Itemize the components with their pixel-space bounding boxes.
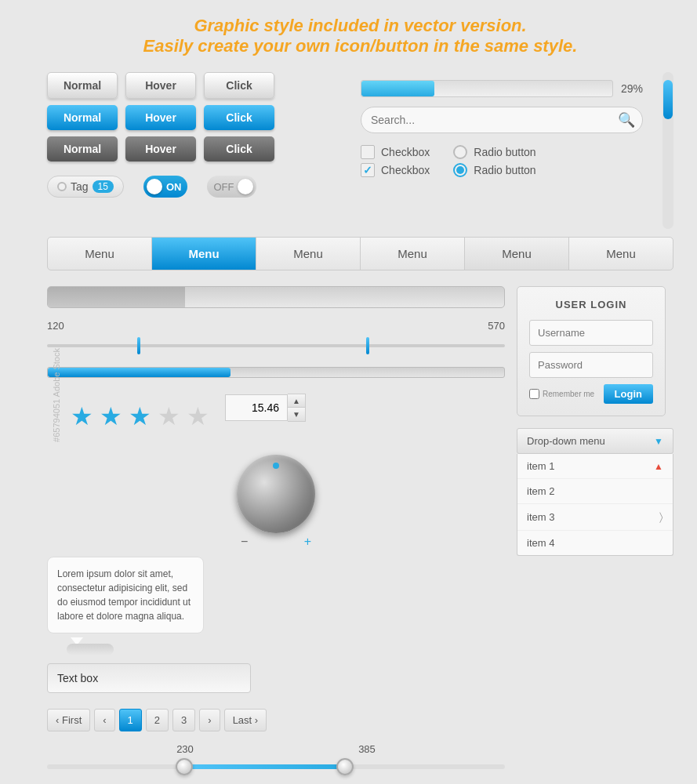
button-row-white: Normal Hover Click (47, 72, 345, 99)
slider-handle-1[interactable] (137, 337, 140, 354)
login-button[interactable]: Login (604, 384, 653, 404)
knob-minus-icon: − (241, 535, 248, 549)
remember-me-checkbox[interactable]: Remember me (529, 389, 594, 399)
page-2[interactable]: 2 (146, 709, 169, 731)
btn-hover-white[interactable]: Hover (125, 72, 196, 99)
cursor-icon: 〉 (659, 510, 663, 524)
page-last[interactable]: Last › (224, 709, 267, 731)
checkbox-label-1: Checkbox (381, 146, 430, 158)
range-min-label: 230 (176, 743, 194, 755)
progress-container: 29% (361, 80, 643, 97)
checkbox-checked[interactable]: ✓ Checkbox (361, 163, 430, 177)
toggle-on[interactable]: ON (143, 176, 188, 198)
range-track-wrapper[interactable] (47, 759, 505, 775)
login-footer: Remember me Login (529, 384, 653, 404)
radio-label-1: Radio button (474, 146, 535, 158)
menu-tab-2[interactable]: Menu (152, 238, 256, 270)
menu-tab-3[interactable]: Menu (256, 238, 361, 270)
progress-track (47, 367, 505, 378)
radio-label-2: Radio button (474, 164, 535, 176)
progress-label: 29% (621, 82, 643, 95)
stars-container: ★ ★ ★ ★ ★ (47, 394, 209, 443)
checkmark-icon: ✓ (363, 164, 372, 176)
first-arrow-icon: ‹ (56, 714, 59, 726)
radio-unchecked[interactable]: Radio button (453, 145, 535, 159)
tag-radio (57, 182, 67, 191)
btn-click-white[interactable]: Click (204, 72, 274, 99)
text-box-input[interactable] (47, 663, 251, 693)
page-prev[interactable]: ‹ (94, 709, 114, 731)
lower-main-left: 120 570 ★ (47, 286, 505, 775)
slider-handle-2[interactable] (366, 337, 369, 354)
tooltip-bubble: Lorem ipsum dolor sit amet, consectetur … (47, 557, 204, 633)
star-4[interactable]: ★ (158, 401, 180, 431)
tooltip-area: Lorem ipsum dolor sit amet, consectetur … (47, 557, 505, 655)
volume-knob[interactable] (237, 455, 315, 533)
checkbox-unchecked[interactable]: Checkbox (361, 145, 430, 159)
username-input[interactable] (529, 320, 653, 346)
menu-tab-1[interactable]: Menu (48, 238, 152, 270)
range-handle-right[interactable] (336, 758, 354, 775)
stepper-input[interactable] (225, 394, 288, 421)
dropdown-item-4[interactable]: item 4 (517, 531, 673, 555)
knob-wrapper: − + (237, 455, 315, 545)
slider-track-container[interactable] (47, 336, 505, 355)
range-handle-left[interactable] (176, 758, 193, 775)
btn-click-gray[interactable]: Click (204, 136, 274, 162)
page-next[interactable]: › (199, 709, 220, 731)
star-3[interactable]: ★ (129, 401, 151, 431)
password-input[interactable] (529, 352, 653, 378)
chevron-down-icon: ▼ (654, 436, 663, 447)
page-1[interactable]: 1 (119, 709, 142, 731)
radio-checked[interactable]: Radio button (453, 163, 535, 177)
menu-tab-6[interactable]: Menu (569, 238, 673, 270)
dropdown-button[interactable]: Drop-down menu ▼ (517, 428, 673, 454)
toggle-off[interactable]: OFF (207, 176, 256, 198)
toggle-off-label: OFF (213, 181, 234, 193)
btn-hover-blue[interactable]: Hover (125, 105, 196, 130)
slider2-value: 570 (488, 320, 505, 332)
scrollbar-track[interactable] (663, 72, 673, 229)
menu-tab-5[interactable]: Menu (465, 238, 569, 270)
slider-section: 120 570 (47, 320, 505, 355)
dropdown-list: item 1 ▲ item 2 item 3 〉 item 4 (517, 454, 673, 556)
star-5[interactable]: ★ (187, 401, 209, 431)
btn-normal-blue[interactable]: Normal (47, 105, 118, 130)
radio-dot (456, 166, 464, 174)
btn-normal-gray[interactable]: Normal (47, 136, 118, 162)
tag-item[interactable]: Tag 15 (47, 176, 124, 198)
tooltip-handle (67, 644, 114, 655)
login-box: USER LOGIN Remember me Login (517, 286, 666, 416)
page-3[interactable]: 3 (172, 709, 195, 731)
search-icon: 🔍 (618, 111, 635, 129)
checkbox-label-2: Checkbox (381, 164, 430, 176)
checkbox-radio-section: Checkbox Radio button ✓ Checkbox (361, 145, 643, 177)
btn-click-blue[interactable]: Click (204, 105, 274, 130)
prev-arrow-icon: ‹ (103, 714, 106, 726)
stars-stepper-row: ★ ★ ★ ★ ★ ▲ ▼ (47, 394, 505, 443)
star-1[interactable]: ★ (71, 401, 93, 431)
progress-bar-fill (361, 81, 434, 96)
dropdown-item-1[interactable]: item 1 ▲ (517, 454, 673, 479)
right-controls: 29% 🔍 Checkbox R (361, 72, 643, 181)
remember-me-input[interactable] (529, 389, 539, 399)
stepper-up[interactable]: ▲ (288, 394, 305, 408)
dropdown-item-3[interactable]: item 3 〉 (517, 504, 673, 531)
slider-track (47, 344, 505, 347)
stepper-down[interactable]: ▼ (288, 408, 305, 421)
btn-normal-white[interactable]: Normal (47, 72, 118, 99)
radio-circle-filled (453, 163, 467, 177)
lower-main-right: USER LOGIN Remember me Login Drop-down (517, 286, 673, 775)
scrollbar-thumb[interactable] (663, 80, 673, 119)
chevron-up-icon-1: ▲ (654, 461, 663, 472)
search-input[interactable] (361, 107, 643, 133)
checkbox-box-checked: ✓ (361, 163, 375, 177)
dropdown-item-2[interactable]: item 2 (517, 479, 673, 504)
btn-hover-gray[interactable]: Hover (125, 136, 196, 162)
star-2[interactable]: ★ (100, 401, 122, 431)
page-first[interactable]: ‹ First (47, 709, 90, 731)
login-title: USER LOGIN (529, 299, 653, 310)
adobe-watermark: #65794051 Adobe Stock (52, 348, 61, 442)
menu-tab-4[interactable]: Menu (361, 238, 465, 270)
dropdown-label: Drop-down menu (527, 435, 605, 447)
